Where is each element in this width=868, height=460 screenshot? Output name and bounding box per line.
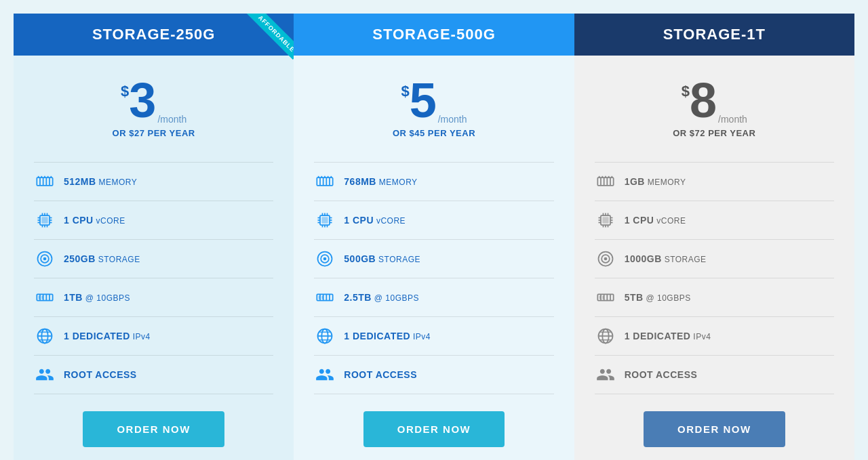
price-line: $ 3 /month: [113, 76, 195, 125]
svg-rect-110: [599, 296, 600, 299]
per-year-label: OR $27 PER YEAR: [113, 128, 195, 138]
price-number: 3: [129, 76, 156, 125]
plan-title: STORAGE-500G: [372, 26, 496, 43]
feature-text: ROOT ACCESS: [344, 369, 417, 380]
feature-bold: 1GB: [625, 176, 645, 187]
feature-row: ROOT ACCESS: [595, 356, 834, 394]
feature-row: 1TB @ 10GBPS: [34, 278, 273, 317]
network-icon: [34, 325, 56, 347]
feature-text: 768MB MEMORY: [344, 176, 417, 187]
feature-text: 512MB MEMORY: [64, 176, 137, 187]
affordable-badge: AFFORDABLE: [229, 14, 294, 78]
feature-light: STORAGE: [96, 255, 140, 264]
feature-row: 500GB STORAGE: [314, 240, 553, 278]
feature-light: @ 10GBPS: [83, 293, 130, 303]
per-year-label: OR $45 PER YEAR: [393, 128, 475, 138]
feature-light: MEMORY: [645, 177, 686, 187]
feature-bold: 500GB: [344, 253, 376, 264]
feature-light: vCORE: [654, 216, 686, 226]
feature-light: IPv4: [130, 332, 151, 341]
feature-row: 512MB MEMORY: [34, 162, 273, 201]
cpu-icon: [595, 209, 616, 231]
feature-text: 1 CPU vCORE: [625, 215, 686, 226]
storage-icon: [595, 248, 616, 270]
feature-bold: 1 DEDICATED: [64, 331, 130, 341]
feature-text: 500GB STORAGE: [344, 253, 420, 264]
bandwidth-icon: [34, 287, 56, 308]
feature-text: 2.5TB @ 10GBPS: [344, 292, 419, 303]
feature-row: ROOT ACCESS: [314, 356, 553, 394]
affordable-label: AFFORDABLE: [240, 14, 294, 60]
pricing-container: STORAGE-250G AFFORDABLE $ 3 /month OR $2…: [14, 14, 854, 460]
feature-light: IPv4: [690, 332, 711, 341]
feature-row: 1 DEDICATED IPv4: [595, 317, 834, 356]
per-month-label: /month: [157, 114, 186, 125]
feature-text: 1TB @ 10GBPS: [64, 292, 130, 303]
feature-row: 1000GB STORAGE: [595, 240, 834, 278]
network-icon: [314, 325, 336, 347]
feature-text: 1 CPU vCORE: [344, 215, 406, 226]
feature-text: 1000GB STORAGE: [625, 253, 707, 264]
feature-light: IPv4: [410, 332, 431, 341]
feature-row: 1 CPU vCORE: [34, 201, 273, 240]
order-button[interactable]: ORDER NOW: [644, 411, 785, 447]
plan-header: STORAGE-500G: [294, 14, 574, 56]
price-number: 5: [410, 76, 437, 125]
storage-icon: [34, 248, 56, 270]
cpu-icon: [314, 209, 336, 231]
features-list: 1GB MEMORY 1 CPU vCORE 1000GB STORAGE: [595, 162, 834, 394]
feature-row: 1 CPU vCORE: [595, 201, 834, 240]
feature-bold: 1 CPU: [64, 215, 94, 226]
feature-row: 1 CPU vCORE: [314, 201, 553, 240]
feature-bold: ROOT ACCESS: [625, 369, 698, 380]
order-button[interactable]: ORDER NOW: [83, 411, 224, 447]
feature-row: 1 DEDICATED IPv4: [314, 317, 553, 356]
currency-symbol: $: [401, 83, 409, 100]
svg-rect-72: [322, 296, 323, 299]
feature-text: 1 DEDICATED IPv4: [625, 331, 711, 341]
price-area: $ 5 /month OR $45 PER YEAR: [393, 76, 475, 138]
svg-rect-71: [319, 296, 320, 299]
memory-icon: [595, 171, 616, 192]
feature-text: 5TB @ 10GBPS: [625, 292, 691, 303]
feature-bold: 1000GB: [625, 253, 662, 264]
feature-row: 2.5TB @ 10GBPS: [314, 278, 553, 317]
svg-rect-39: [317, 177, 333, 186]
features-list: 512MB MEMORY 1 CPU vCORE 250GB STORAGE: [34, 162, 273, 394]
feature-bold: 1 DEDICATED: [625, 331, 691, 341]
plan-body: $ 5 /month OR $45 PER YEAR 768MB MEMORY: [294, 56, 574, 460]
root-icon: [314, 364, 336, 385]
plan-plan-2: STORAGE-500G $ 5 /month OR $45 PER YEAR …: [294, 14, 574, 460]
feature-text: 1GB MEMORY: [625, 176, 686, 187]
price-number: 8: [690, 76, 717, 125]
price-line: $ 8 /month: [673, 76, 755, 125]
feature-row: 1GB MEMORY: [595, 162, 834, 201]
feature-light: vCORE: [94, 216, 125, 226]
price-area: $ 8 /month OR $72 PER YEAR: [673, 76, 755, 138]
order-button[interactable]: ORDER NOW: [363, 411, 505, 447]
price-area: $ 3 /month OR $27 PER YEAR: [113, 76, 195, 138]
feature-bold: 1TB: [64, 292, 83, 303]
feature-bold: 2.5TB: [344, 292, 372, 303]
feature-bold: 768MB: [344, 176, 376, 187]
currency-symbol: $: [682, 83, 690, 100]
feature-text: ROOT ACCESS: [64, 369, 137, 380]
per-year-label: OR $72 PER YEAR: [673, 128, 755, 138]
per-month-label: /month: [438, 114, 467, 125]
root-icon: [34, 364, 56, 385]
feature-light: @ 10GBPS: [644, 293, 691, 303]
bandwidth-icon: [595, 287, 616, 308]
feature-bold: ROOT ACCESS: [64, 369, 137, 380]
svg-rect-11: [41, 217, 47, 223]
plan-body: $ 8 /month OR $72 PER YEAR 1GB MEMORY 1: [574, 56, 854, 460]
storage-icon: [314, 248, 336, 270]
feature-light: MEMORY: [376, 177, 418, 187]
svg-point-104: [604, 257, 607, 261]
price-line: $ 5 /month: [393, 76, 475, 125]
feature-row: 250GB STORAGE: [34, 240, 273, 278]
feature-bold: 5TB: [625, 292, 644, 303]
svg-rect-33: [41, 296, 43, 299]
feature-text: 1 CPU vCORE: [64, 215, 125, 226]
per-month-label: /month: [718, 114, 747, 125]
svg-rect-78: [597, 177, 613, 186]
